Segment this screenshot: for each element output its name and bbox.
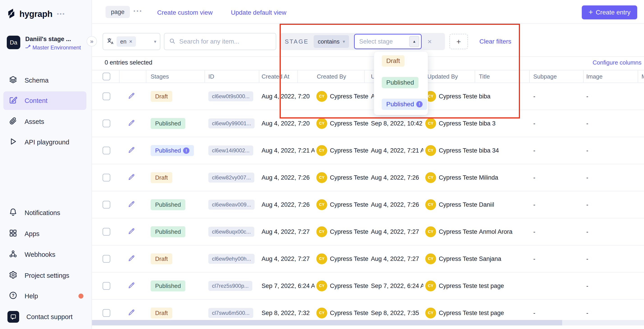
sidebar-item-project-settings[interactable]: Project settings — [4, 266, 86, 285]
edit-entry-button[interactable] — [128, 92, 135, 101]
stage-option-published-scheduled[interactable]: Published! — [382, 99, 427, 110]
edit-entry-button[interactable] — [128, 309, 135, 317]
table-row[interactable]: Publishedcl6ew8eav009...Aug 4, 2022, 7:2… — [92, 191, 644, 218]
stage-options-dropdown: DraftPublishedPublished! — [374, 52, 428, 115]
filter-operator-select[interactable]: contains ▾ — [314, 35, 349, 48]
search-box[interactable] — [164, 33, 276, 50]
row-checkbox[interactable] — [102, 120, 110, 127]
chevron-up-icon[interactable]: ▲ — [409, 36, 419, 47]
language-tag[interactable]: en × — [116, 36, 136, 47]
edit-entry-button[interactable] — [128, 200, 135, 209]
sidebar-item-label: Webhooks — [24, 251, 56, 258]
sidebar-item-label: Schema — [24, 77, 48, 84]
brand-menu-dots-icon[interactable]: ••• — [57, 11, 65, 17]
pencil-icon[interactable] — [128, 92, 135, 100]
sidebar-item-help[interactable]: ?Help — [4, 287, 86, 305]
column-header-m[interactable]: M — [642, 73, 644, 80]
clear-filters-link[interactable]: Clear filters — [480, 38, 512, 45]
create-custom-view-link[interactable]: Create custom view — [157, 9, 213, 16]
created-by-avatar: CY — [316, 199, 327, 210]
row-checkbox[interactable] — [102, 255, 110, 263]
updated-by-avatar: CY — [425, 307, 436, 318]
table-row[interactable]: Publishedcl7rez5s900p...Sep 7, 2022, 6:2… — [92, 273, 644, 300]
edit-entry-button[interactable] — [128, 227, 135, 236]
sidebar-item-label: Help — [24, 292, 38, 300]
sidebar-item-assets[interactable]: Assets — [4, 112, 86, 131]
pencil-icon[interactable] — [128, 173, 135, 181]
sidebar-item-label: Apps — [24, 230, 40, 238]
column-header-stages[interactable]: Stages — [151, 73, 169, 80]
created-by-cell: Cypress Teste — [330, 147, 368, 154]
sidebar-item-label: Content — [24, 97, 48, 105]
table-row[interactable]: Draftcl6ew0t9s000...Aug 4, 2022, 7:20CYC… — [92, 83, 644, 110]
created-at-cell: Aug 4, 2022, 7:20 — [262, 120, 310, 127]
row-checkbox[interactable] — [102, 93, 110, 100]
search-input[interactable] — [179, 38, 271, 45]
sidebar-collapse-button[interactable]: » — [86, 36, 97, 47]
row-checkbox[interactable] — [102, 147, 110, 154]
entry-id-chip: cl6ew0y99001... — [208, 119, 254, 128]
updated-by-avatar: CY — [425, 226, 436, 237]
add-filter-button[interactable]: + — [450, 34, 468, 49]
configure-columns-link[interactable]: Configure columns — [592, 59, 642, 66]
row-checkbox[interactable] — [102, 309, 110, 317]
sidebar-item-apps[interactable]: Apps — [4, 224, 86, 243]
scrollbar-thumb[interactable] — [92, 320, 562, 325]
stage-option-draft[interactable]: Draft — [382, 55, 404, 67]
sidebar-item-contact-support[interactable]: Contact support — [4, 307, 86, 326]
column-header-updated-by[interactable]: Updated By — [427, 73, 458, 80]
edit-entry-button[interactable] — [128, 146, 135, 155]
row-checkbox[interactable] — [102, 201, 110, 208]
row-checkbox[interactable] — [102, 174, 110, 181]
row-checkbox[interactable] — [102, 228, 110, 236]
sidebar-item-api-playground[interactable]: API playground — [4, 133, 86, 151]
table-row[interactable]: Published!cl6ew14i9002...Aug 4, 2022, 7:… — [92, 137, 644, 164]
stage-option-published[interactable]: Published — [382, 77, 418, 88]
pencil-icon[interactable] — [128, 119, 135, 127]
column-header-title[interactable]: Title — [479, 73, 490, 80]
sidebar-item-label: Contact support — [26, 313, 72, 321]
workspace-switcher[interactable]: Da Daniil's stage ... Master Environment — [7, 36, 81, 51]
table-row[interactable]: Publishedcl6ew8uqx00c...Aug 4, 2022, 7:2… — [92, 218, 644, 245]
row-checkbox[interactable] — [102, 282, 110, 290]
language-selector[interactable]: A en × ▾ — [102, 33, 160, 50]
pencil-icon[interactable] — [128, 200, 135, 208]
column-header-id[interactable]: ID — [208, 73, 214, 80]
brand-logo[interactable]: hygraph ••• — [6, 7, 66, 21]
sidebar-item-label: Notifications — [24, 209, 60, 217]
edit-entry-button[interactable] — [128, 282, 135, 290]
table-row[interactable]: Publishedcl6ew0y99001...Aug 4, 2022, 7:2… — [92, 110, 644, 137]
sidebar-item-webhooks[interactable]: Webhooks — [4, 245, 86, 264]
hygraph-logo-icon — [6, 8, 16, 20]
column-header-subpage[interactable]: Subpage — [533, 73, 557, 80]
table-row[interactable]: Draftcl6ew82vy007...Aug 4, 2022, 7:26CYC… — [92, 164, 644, 191]
updated-at-cell: Aug 4, 2022, 7:26 — [371, 174, 419, 181]
pencil-icon[interactable] — [128, 146, 135, 154]
table-row[interactable]: Draftcl6ew9ehy00h...Aug 4, 2022, 7:27CYC… — [92, 245, 644, 273]
pencil-icon[interactable] — [128, 227, 135, 235]
remove-filter-icon[interactable]: × — [428, 38, 432, 46]
environment-switcher[interactable]: Master Environment — [25, 44, 81, 51]
sidebar-item-label: Assets — [24, 118, 44, 125]
sidebar-item-schema[interactable]: Schema — [4, 71, 86, 90]
remove-language-icon[interactable]: × — [129, 38, 132, 45]
update-default-view-link[interactable]: Update default view — [231, 9, 286, 16]
stage-select[interactable]: Select stage ▲ — [354, 34, 422, 49]
view-overflow-menu-icon[interactable]: ••• — [134, 8, 143, 14]
sidebar-item-content[interactable]: Content — [4, 91, 86, 110]
pencil-icon[interactable] — [128, 282, 135, 289]
column-header-created-by[interactable]: Created By — [317, 73, 346, 80]
pencil-icon[interactable] — [128, 254, 135, 262]
column-header-image[interactable]: Image — [586, 73, 602, 80]
edit-entry-button[interactable] — [128, 254, 135, 263]
create-entry-button[interactable]: + Create entry — [582, 6, 637, 20]
column-header-created-at[interactable]: Created At — [262, 73, 289, 80]
edit-entry-button[interactable] — [128, 119, 135, 128]
translate-icon: A — [107, 38, 114, 46]
horizontal-scrollbar[interactable] — [92, 320, 644, 325]
pencil-icon[interactable] — [128, 309, 135, 316]
sidebar-item-notifications[interactable]: Notifications — [4, 204, 86, 222]
select-all-checkbox[interactable] — [102, 73, 110, 80]
edit-entry-button[interactable] — [128, 173, 135, 182]
subpage-cell: - — [533, 174, 535, 181]
